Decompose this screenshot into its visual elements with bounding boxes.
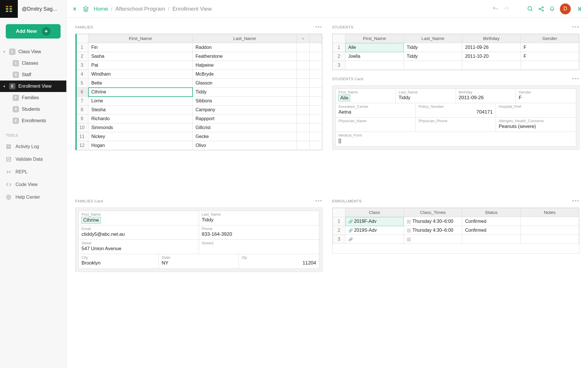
cell[interactable] [297,61,310,70]
cell[interactable]: Thursday 4:30–6:00 [404,217,462,226]
avatar[interactable]: D [560,3,571,14]
cell[interactable]: 🔗2019F-Adv [345,217,404,226]
table-row[interactable]: 3🔗 [333,235,579,244]
card-field-first_name[interactable]: First_Name Aile [336,89,396,103]
cell[interactable] [297,88,310,97]
cell[interactable]: Thursday 4:30–6:00 [404,226,462,235]
table-row[interactable]: 4WindhamMcBryde [76,70,322,79]
table-row[interactable]: 2JoellaTiddy2011-10-20F [333,52,579,61]
cell[interactable]: Lorne [88,97,193,106]
add-column-button[interactable]: + [297,34,310,43]
column-header[interactable]: Gender [521,34,579,43]
card-field-gender[interactable]: Gender F [516,89,576,103]
cell[interactable] [521,226,579,235]
card-field-state[interactable]: State NY [159,254,239,269]
row-number[interactable]: 1 [333,217,345,226]
table-row[interactable]: 1AileTiddy2011-09-26F [333,43,579,52]
tool-code-view[interactable]: Code View [0,178,66,191]
corner-cell[interactable] [333,208,345,217]
table-row[interactable]: 10SimmondsGillcrist [76,123,322,132]
cell[interactable] [310,88,322,97]
table-row[interactable]: 3PatHalpeine [76,61,322,70]
cell[interactable]: Aile [345,43,404,52]
share-icon[interactable] [538,6,544,12]
corner-cell[interactable] [333,34,345,43]
nav-group-class-view[interactable]: ▾ C Class View [0,46,66,57]
enrollments-table[interactable]: ClassClass_TimesStatusNotes1🔗2019F-AdvTh… [332,208,579,254]
cell[interactable]: Tiddy [193,88,297,97]
cell[interactable] [310,70,322,79]
cell[interactable] [462,61,521,70]
cell[interactable]: Raddon [193,43,297,52]
cell[interactable]: Nickey [88,132,193,141]
row-number[interactable]: 11 [76,132,88,141]
cell[interactable]: Tiddy [404,43,462,52]
students-table[interactable]: First_NameLast_NameBirthdayGender1AileTi… [332,34,579,70]
card-field-phone[interactable]: Phone 833-164-3920 [199,225,319,240]
corner-cell[interactable] [76,34,88,43]
card-field-physician_phone[interactable]: Physician_Phone [416,118,496,132]
row-number[interactable]: 2 [333,52,345,61]
breadcrumb-item-2[interactable]: Enrollment View [172,6,212,12]
card-field-allergies_health_concerns[interactable]: Allergies_Health_Concerns Peanuts (sever… [496,118,576,132]
column-header[interactable]: First_Name [88,34,193,43]
table-row[interactable]: 3 [333,61,579,70]
app-logo[interactable] [0,0,18,18]
column-header[interactable]: Class [345,208,404,217]
collapse-sidebar-button[interactable] [73,6,78,12]
card-field-street[interactable]: Street 547 Union Avenue [79,240,199,254]
cell[interactable] [310,79,322,88]
tool-validate-data[interactable]: Validate Data [0,153,66,166]
cell[interactable]: Windham [88,70,193,79]
cell[interactable] [310,97,322,106]
cell[interactable]: Sasha [88,52,193,61]
cell[interactable]: Cthrine [88,88,193,97]
cell[interactable]: Tiddy [404,52,462,61]
panel-menu-button[interactable]: ••• [572,24,579,30]
breadcrumb-item-1[interactable]: Afterschool Program [115,6,165,12]
card-field-zip[interactable]: Zip 11204 [239,254,319,269]
cell[interactable] [521,217,579,226]
cell[interactable]: Campany [193,106,297,114]
cell[interactable]: Rappport [193,114,297,123]
cell[interactable] [310,106,322,114]
cell[interactable]: Confirmed [462,226,521,235]
cell[interactable] [345,61,404,70]
cell[interactable] [521,61,579,70]
cell[interactable]: Pat [88,61,193,70]
search-icon[interactable] [527,6,533,12]
table-row[interactable]: 6CthrineTiddy [76,88,322,97]
row-number[interactable]: 1 [333,43,345,52]
table-row[interactable]: 5BetteGlasson [76,79,322,88]
cell[interactable] [297,79,310,88]
card-field-medical_form[interactable]: Medical_Form [] [336,132,576,146]
cell[interactable] [310,132,322,141]
cell[interactable] [297,106,310,114]
cell[interactable] [297,114,310,123]
column-header[interactable]: Birthday [462,34,521,43]
row-number[interactable]: 8 [76,106,88,114]
row-number[interactable]: 10 [76,123,88,132]
cell[interactable] [310,123,322,132]
tool-help-center[interactable]: Help Center [0,191,66,204]
table-row[interactable]: 1🔗2019F-AdvThursday 4:30–6:00Confirmed [333,217,579,226]
row-number[interactable]: 9 [76,114,88,123]
cell[interactable]: McBryde [193,70,297,79]
cell[interactable] [310,61,322,70]
cell[interactable]: F [521,43,579,52]
cell[interactable] [310,43,322,52]
user-name[interactable]: @Dmitry Sag... [18,6,66,12]
table-row[interactable]: 12HoganOlivo [76,141,322,150]
table-row[interactable]: 2🔗2019S-AdvThursday 4:30–6:00Confirmed [333,226,579,235]
cell[interactable]: Gillcrist [193,123,297,132]
row-number[interactable]: 2 [333,226,345,235]
column-header[interactable]: Class_Times [404,208,462,217]
cell[interactable]: 2011-10-20 [462,52,521,61]
cell[interactable]: 🔗 [345,235,404,244]
card-field-street2[interactable]: Street2 [199,240,319,254]
row-number[interactable]: 2 [76,52,88,61]
row-number[interactable]: 6 [76,88,88,97]
cell[interactable] [297,97,310,106]
cell[interactable]: Hogan [88,141,193,150]
cell[interactable] [297,43,310,52]
